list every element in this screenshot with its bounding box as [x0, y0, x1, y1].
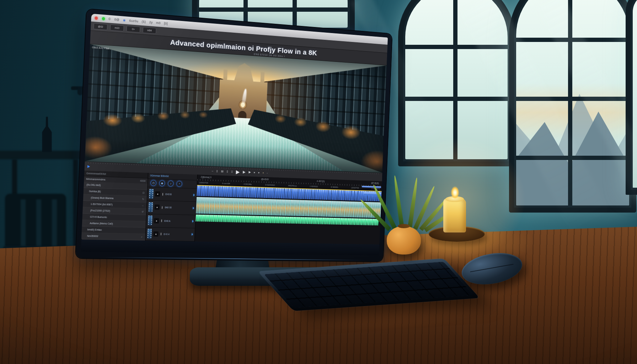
bottle-silhouette — [42, 117, 52, 152]
browser-row[interactable]: Nm05900/⌐ — [81, 233, 145, 240]
track-label: E=0 4 — [164, 233, 169, 235]
record-dot-icon[interactable]: ● — [155, 191, 160, 197]
record-dot-icon[interactable]: ● — [154, 205, 160, 210]
browser-header-badge: 4000 — [140, 179, 146, 182]
tab-2[interactable]: m10 — [110, 25, 124, 32]
candle — [443, 198, 466, 232]
tick-icon: ❙ — [160, 232, 162, 235]
stop-button[interactable]: ▯ — [216, 170, 218, 172]
row-label: (Fez21000 (2702/) — [90, 209, 110, 212]
menu-icon[interactable]: (5) — [141, 20, 146, 24]
tick-icon: ❙ — [161, 219, 163, 222]
frame-forward-button[interactable]: ▯ — [231, 170, 233, 173]
menu-icon[interactable]: © — [108, 17, 111, 21]
media-browser-panel: Grmmmnsw04/4ct Mmmarsmmdms 4000 (0u.04U.… — [81, 171, 148, 241]
clock-tool-icon[interactable]: ◷ — [150, 180, 156, 186]
row-label: 0umlsa (B) — [89, 190, 101, 193]
timecode: 2)|6zma| 0 — [201, 176, 212, 178]
tab-1[interactable]: @02 — [93, 23, 108, 30]
row-label: 1-50/7004 (6d-9087) — [91, 203, 113, 206]
row-icon[interactable]: ⌐ — [141, 236, 143, 238]
row-label: Nm05900/ — [87, 235, 98, 237]
record-dot-icon[interactable]: ● — [154, 218, 159, 223]
timecode: @T@(6) — [371, 182, 379, 184]
ruler-label: 1 62/0010 — [310, 185, 318, 187]
track-label: EH0 A — [164, 220, 171, 222]
chair-back — [5, 194, 66, 248]
close-window-button[interactable] — [95, 16, 98, 20]
track-row[interactable]: ● ❙ E=0 4 ⏵ — [145, 227, 195, 241]
ruler-label: D 62AN910 — [265, 184, 275, 186]
row-label: G7/>9 Bumunlo — [90, 215, 107, 218]
dash-button[interactable]: ‑ — [267, 172, 268, 175]
zoom-window-button[interactable] — [102, 17, 105, 20]
filmstrip-icon — [148, 202, 153, 212]
marker-dot[interactable]: • — [263, 171, 264, 174]
skip-button[interactable]: ▶ — [248, 171, 251, 174]
ruler-label: 0 |52)38a — [243, 183, 252, 185]
monitor-bezel: © 0@ ◉ 6uz0u (5) 2y m0 [0] @02 m10 0> m5… — [76, 9, 392, 261]
video-preview[interactable]: G6/Z.6JJ Fllat — [85, 44, 387, 173]
vase — [387, 226, 421, 255]
skip-button-2[interactable]: ▸ — [254, 171, 255, 174]
track-play-icon[interactable]: ⏵ — [192, 206, 194, 210]
ruler-label: [103ZT09 — [351, 187, 359, 189]
filmstrip-icon — [149, 189, 154, 199]
row-label: Avillame (Memo Ca0) — [90, 222, 113, 225]
track-header-panel: 0Gmrmar B0lm0d ◷ ◉ ♪ ◔ ● ❙ EH3 B ⏵ — [145, 173, 198, 241]
menu-icon[interactable]: 6uz0u — [129, 19, 138, 23]
row-label: (0u.04U.da3) — [86, 183, 101, 186]
row-icon[interactable]: ↻ — [142, 198, 144, 200]
timeline-panel[interactable]: 2)|6zma| 0 @m5/0/ 4 457(0) @T@(6) [105S/… — [195, 175, 382, 244]
row-label: (Geara) Blub Blamna — [91, 196, 113, 199]
timecode: @m5/0/ — [261, 178, 269, 180]
record-dot-icon[interactable]: ● — [153, 231, 159, 237]
timecode: 4 457(0) — [317, 180, 325, 182]
wall-sconce-cup — [77, 89, 83, 95]
track-label: EH3 B — [165, 193, 172, 196]
row-icon[interactable]: ⊡ — [143, 191, 145, 194]
track-label: 6A0 00 — [165, 206, 172, 209]
ruler-label: M62F6ma — [288, 184, 297, 187]
menu-icon[interactable]: 2y — [149, 20, 153, 24]
monitor: © 0@ ◉ 6uz0u (5) 2y m0 [0] @02 m10 0> m5… — [76, 9, 392, 261]
ruler-label: [105S/T04 — [199, 182, 208, 184]
ruler-label: D 9006S- — [331, 186, 339, 188]
tick-icon: ❙ — [161, 206, 163, 209]
browser-header-label: Mmmarsmmdms — [86, 177, 106, 181]
tab-4[interactable]: m54 — [143, 27, 156, 34]
menu-icon[interactable]: 0@ — [114, 18, 119, 22]
track-play-icon[interactable]: ⏵ — [193, 193, 195, 197]
track-row[interactable]: ● ❙ 6A0 00 ⏵ — [146, 200, 196, 215]
ruler-label: 0 com/0# — [222, 182, 230, 185]
record-tool-icon[interactable]: ◉ — [159, 180, 165, 186]
row-icon[interactable]: ↺ — [141, 210, 144, 213]
row-label: bmd0) Emlao — [87, 228, 102, 231]
skip-button-3[interactable]: ▸ — [258, 171, 260, 174]
filmstrip-icon — [148, 215, 152, 225]
screen: © 0@ ◉ 6uz0u (5) 2y m0 [0] @02 m10 0> m5… — [81, 14, 388, 244]
tab-3[interactable]: 0> — [127, 26, 140, 33]
list-button[interactable]: ▤ — [221, 170, 224, 173]
fast-forward-button[interactable]: ▶ — [243, 170, 246, 174]
frame-back-button[interactable]: ▯ — [227, 170, 228, 173]
menu-icon[interactable]: [0] — [164, 22, 168, 26]
menu-icon[interactable]: ◉ — [123, 18, 126, 22]
minus-button[interactable]: – — [212, 170, 213, 172]
timer-tool-icon[interactable]: ◔ — [176, 181, 182, 187]
editing-workspace: Grmmmnsw04/4ct Mmmarsmmdms 4000 (0u.04U.… — [81, 171, 382, 245]
play-button[interactable]: ▶ — [236, 169, 240, 175]
tick-icon: ❙ — [162, 193, 164, 196]
filmstrip-icon — [147, 229, 152, 239]
audio-tool-icon[interactable]: ♪ — [168, 181, 174, 187]
track-row[interactable]: ● ❙ EH0 A ⏵ — [146, 214, 196, 228]
track-row[interactable]: ● ❙ EH3 B ⏵ — [147, 187, 197, 202]
row-icon[interactable]: → — [141, 204, 144, 207]
track-play-icon[interactable]: ⏵ — [192, 219, 194, 224]
menu-icon[interactable]: m0 — [156, 21, 161, 25]
track-play-icon[interactable]: ⏵ — [191, 232, 193, 237]
preview-vignette — [85, 44, 387, 173]
